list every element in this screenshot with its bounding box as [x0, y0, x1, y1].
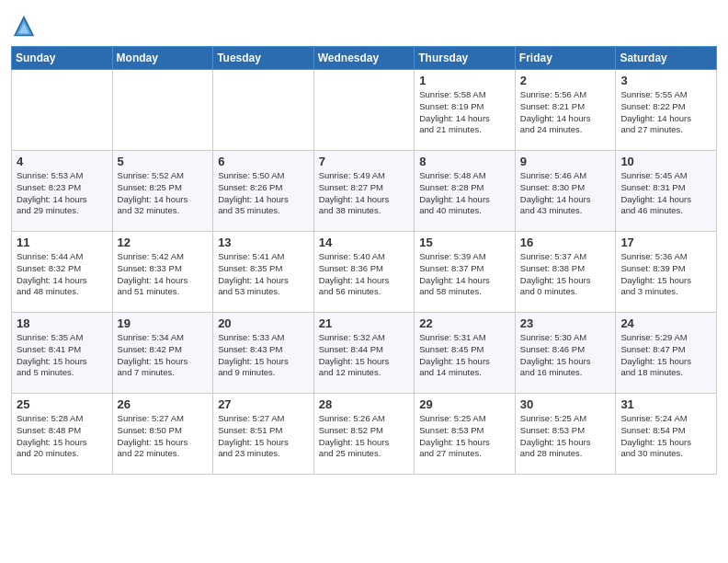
- calendar-row-3: 18Sunrise: 5:35 AM Sunset: 8:41 PM Dayli…: [12, 313, 717, 394]
- weekday-header-saturday: Saturday: [616, 47, 717, 70]
- day-number: 26: [118, 397, 210, 411]
- cell-content: Sunrise: 5:27 AM Sunset: 8:50 PM Dayligh…: [118, 413, 210, 460]
- calendar-cell: 23Sunrise: 5:30 AM Sunset: 8:46 PM Dayli…: [515, 313, 616, 394]
- calendar-cell: 12Sunrise: 5:42 AM Sunset: 8:33 PM Dayli…: [112, 232, 213, 313]
- cell-content: Sunrise: 5:26 AM Sunset: 8:52 PM Dayligh…: [319, 413, 411, 460]
- day-number: 12: [118, 236, 210, 249]
- cell-content: Sunrise: 5:42 AM Sunset: 8:33 PM Dayligh…: [118, 251, 210, 298]
- calendar-header: [11, 9, 717, 39]
- weekday-header-sunday: Sunday: [12, 47, 113, 70]
- day-number: 22: [419, 316, 511, 330]
- day-number: 1: [419, 74, 511, 87]
- cell-content: Sunrise: 5:53 AM Sunset: 8:23 PM Dayligh…: [17, 170, 108, 217]
- calendar-cell: 5Sunrise: 5:52 AM Sunset: 8:25 PM Daylig…: [112, 151, 213, 232]
- cell-content: Sunrise: 5:25 AM Sunset: 8:53 PM Dayligh…: [419, 413, 511, 460]
- day-number: 15: [419, 236, 511, 249]
- day-number: 31: [620, 397, 712, 411]
- day-number: 2: [520, 74, 612, 87]
- weekday-header-tuesday: Tuesday: [213, 47, 314, 70]
- cell-content: Sunrise: 5:56 AM Sunset: 8:21 PM Dayligh…: [520, 89, 612, 136]
- logo-icon: [11, 13, 37, 39]
- day-number: 23: [520, 316, 612, 330]
- calendar-cell: 11Sunrise: 5:44 AM Sunset: 8:32 PM Dayli…: [12, 232, 113, 313]
- cell-content: Sunrise: 5:30 AM Sunset: 8:46 PM Dayligh…: [520, 332, 612, 379]
- cell-content: Sunrise: 5:36 AM Sunset: 8:39 PM Dayligh…: [620, 251, 712, 298]
- cell-content: Sunrise: 5:46 AM Sunset: 8:30 PM Dayligh…: [520, 170, 612, 217]
- calendar-cell: 15Sunrise: 5:39 AM Sunset: 8:37 PM Dayli…: [415, 232, 516, 313]
- day-number: 25: [17, 397, 108, 411]
- calendar-table: SundayMondayTuesdayWednesdayThursdayFrid…: [11, 46, 717, 475]
- cell-content: Sunrise: 5:33 AM Sunset: 8:43 PM Dayligh…: [218, 332, 310, 379]
- cell-content: Sunrise: 5:40 AM Sunset: 8:36 PM Dayligh…: [319, 251, 411, 298]
- calendar-cell: 30Sunrise: 5:25 AM Sunset: 8:53 PM Dayli…: [515, 394, 616, 475]
- weekday-header-row: SundayMondayTuesdayWednesdayThursdayFrid…: [12, 47, 717, 70]
- calendar-cell: 31Sunrise: 5:24 AM Sunset: 8:54 PM Dayli…: [616, 394, 717, 475]
- day-number: 10: [620, 155, 712, 168]
- calendar-row-0: 1Sunrise: 5:58 AM Sunset: 8:19 PM Daylig…: [12, 70, 717, 151]
- calendar-cell: [313, 70, 415, 151]
- calendar-cell: 17Sunrise: 5:36 AM Sunset: 8:39 PM Dayli…: [616, 232, 717, 313]
- day-number: 20: [218, 316, 310, 330]
- cell-content: Sunrise: 5:29 AM Sunset: 8:47 PM Dayligh…: [620, 332, 712, 379]
- calendar-cell: 25Sunrise: 5:28 AM Sunset: 8:48 PM Dayli…: [12, 394, 113, 475]
- weekday-header-wednesday: Wednesday: [313, 47, 415, 70]
- cell-content: Sunrise: 5:35 AM Sunset: 8:41 PM Dayligh…: [17, 332, 108, 379]
- calendar-cell: 8Sunrise: 5:48 AM Sunset: 8:28 PM Daylig…: [415, 151, 516, 232]
- cell-content: Sunrise: 5:52 AM Sunset: 8:25 PM Dayligh…: [118, 170, 210, 217]
- calendar-cell: 27Sunrise: 5:27 AM Sunset: 8:51 PM Dayli…: [213, 394, 314, 475]
- weekday-header-thursday: Thursday: [415, 47, 516, 70]
- cell-content: Sunrise: 5:41 AM Sunset: 8:35 PM Dayligh…: [218, 251, 310, 298]
- calendar-cell: 3Sunrise: 5:55 AM Sunset: 8:22 PM Daylig…: [616, 70, 717, 151]
- cell-content: Sunrise: 5:31 AM Sunset: 8:45 PM Dayligh…: [419, 332, 511, 379]
- day-number: 24: [620, 316, 712, 330]
- day-number: 18: [17, 316, 108, 330]
- calendar-cell: 24Sunrise: 5:29 AM Sunset: 8:47 PM Dayli…: [616, 313, 717, 394]
- cell-content: Sunrise: 5:55 AM Sunset: 8:22 PM Dayligh…: [620, 89, 712, 136]
- cell-content: Sunrise: 5:27 AM Sunset: 8:51 PM Dayligh…: [218, 413, 310, 460]
- day-number: 16: [520, 236, 612, 249]
- day-number: 21: [319, 316, 411, 330]
- day-number: 11: [17, 236, 108, 249]
- calendar-cell: 10Sunrise: 5:45 AM Sunset: 8:31 PM Dayli…: [616, 151, 717, 232]
- day-number: 4: [17, 155, 108, 168]
- day-number: 8: [419, 155, 511, 168]
- cell-content: Sunrise: 5:49 AM Sunset: 8:27 PM Dayligh…: [319, 170, 411, 217]
- calendar-cell: 2Sunrise: 5:56 AM Sunset: 8:21 PM Daylig…: [515, 70, 616, 151]
- calendar-cell: 26Sunrise: 5:27 AM Sunset: 8:50 PM Dayli…: [112, 394, 213, 475]
- day-number: 6: [218, 155, 310, 168]
- calendar-cell: 9Sunrise: 5:46 AM Sunset: 8:30 PM Daylig…: [515, 151, 616, 232]
- calendar-cell: 13Sunrise: 5:41 AM Sunset: 8:35 PM Dayli…: [213, 232, 314, 313]
- calendar-cell: [12, 70, 113, 151]
- day-number: 27: [218, 397, 310, 411]
- cell-content: Sunrise: 5:44 AM Sunset: 8:32 PM Dayligh…: [17, 251, 108, 298]
- day-number: 17: [620, 236, 712, 249]
- calendar-cell: 22Sunrise: 5:31 AM Sunset: 8:45 PM Dayli…: [415, 313, 516, 394]
- cell-content: Sunrise: 5:39 AM Sunset: 8:37 PM Dayligh…: [419, 251, 511, 298]
- calendar-cell: 7Sunrise: 5:49 AM Sunset: 8:27 PM Daylig…: [313, 151, 415, 232]
- calendar-cell: 29Sunrise: 5:25 AM Sunset: 8:53 PM Dayli…: [415, 394, 516, 475]
- calendar-cell: 16Sunrise: 5:37 AM Sunset: 8:38 PM Dayli…: [515, 232, 616, 313]
- cell-content: Sunrise: 5:50 AM Sunset: 8:26 PM Dayligh…: [218, 170, 310, 217]
- cell-content: Sunrise: 5:34 AM Sunset: 8:42 PM Dayligh…: [118, 332, 210, 379]
- day-number: 19: [118, 316, 210, 330]
- calendar-row-2: 11Sunrise: 5:44 AM Sunset: 8:32 PM Dayli…: [12, 232, 717, 313]
- calendar-row-1: 4Sunrise: 5:53 AM Sunset: 8:23 PM Daylig…: [12, 151, 717, 232]
- day-number: 5: [118, 155, 210, 168]
- calendar-cell: [213, 70, 314, 151]
- calendar-cell: 19Sunrise: 5:34 AM Sunset: 8:42 PM Dayli…: [112, 313, 213, 394]
- cell-content: Sunrise: 5:45 AM Sunset: 8:31 PM Dayligh…: [620, 170, 712, 217]
- logo: [11, 13, 39, 39]
- day-number: 9: [520, 155, 612, 168]
- calendar-container: SundayMondayTuesdayWednesdayThursdayFrid…: [0, 0, 728, 486]
- day-number: 3: [620, 74, 712, 87]
- cell-content: Sunrise: 5:58 AM Sunset: 8:19 PM Dayligh…: [419, 89, 511, 136]
- day-number: 14: [319, 236, 411, 249]
- day-number: 30: [520, 397, 612, 411]
- weekday-header-friday: Friday: [515, 47, 616, 70]
- cell-content: Sunrise: 5:24 AM Sunset: 8:54 PM Dayligh…: [620, 413, 712, 460]
- calendar-cell: 20Sunrise: 5:33 AM Sunset: 8:43 PM Dayli…: [213, 313, 314, 394]
- cell-content: Sunrise: 5:48 AM Sunset: 8:28 PM Dayligh…: [419, 170, 511, 217]
- calendar-cell: 6Sunrise: 5:50 AM Sunset: 8:26 PM Daylig…: [213, 151, 314, 232]
- calendar-cell: 28Sunrise: 5:26 AM Sunset: 8:52 PM Dayli…: [313, 394, 415, 475]
- calendar-cell: [112, 70, 213, 151]
